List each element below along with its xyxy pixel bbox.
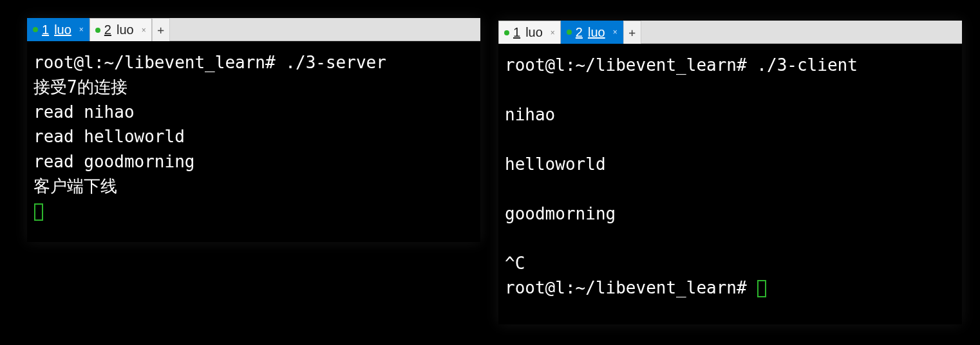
tab-1-luo[interactable]: 1 luo × bbox=[498, 21, 561, 44]
tab-bar-right: 1 luo × 2 luo × + bbox=[498, 21, 962, 44]
terminal-window-right: 1 luo × 2 luo × + root@l:~/libevent_lear… bbox=[498, 21, 962, 324]
close-icon[interactable]: × bbox=[551, 28, 555, 37]
terminal-line: ^C bbox=[505, 254, 525, 273]
tab-number: 1 bbox=[42, 23, 49, 37]
new-tab-button[interactable]: + bbox=[152, 18, 170, 41]
close-icon[interactable]: × bbox=[613, 28, 617, 37]
tab-label: luo bbox=[525, 25, 543, 40]
terminal-line: 接受7的连接 bbox=[33, 77, 127, 97]
terminal-prompt: root@l:~/libevent_learn# bbox=[505, 278, 757, 297]
status-dot-icon bbox=[504, 30, 509, 35]
terminal-window-left: 1 luo × 2 luo × + root@l:~/libevent_lear… bbox=[27, 18, 480, 242]
cursor-icon bbox=[34, 203, 43, 221]
terminal-output-left[interactable]: root@l:~/libevent_learn# ./3-server 接受7的… bbox=[27, 41, 480, 230]
terminal-line: goodmorning bbox=[505, 204, 616, 223]
terminal-output-right[interactable]: root@l:~/libevent_learn# ./3-client niha… bbox=[498, 44, 962, 307]
terminal-line: helloworld bbox=[505, 154, 606, 174]
terminal-line: read helloworld bbox=[33, 127, 185, 146]
tab-bar-left: 1 luo × 2 luo × + bbox=[27, 18, 480, 41]
close-icon[interactable]: × bbox=[142, 26, 146, 35]
terminal-line: read nihao bbox=[33, 102, 135, 122]
tab-1-luo[interactable]: 1 luo × bbox=[27, 18, 90, 41]
tab-bar-empty bbox=[641, 21, 962, 44]
close-icon[interactable]: × bbox=[79, 25, 84, 34]
tab-label: luo bbox=[117, 23, 134, 37]
terminal-line: nihao bbox=[505, 105, 555, 124]
tab-label: luo bbox=[54, 23, 71, 37]
status-dot-icon bbox=[95, 28, 100, 33]
terminal-line: 客户端下线 bbox=[33, 176, 117, 196]
tab-number: 2 bbox=[104, 23, 111, 37]
terminal-line: root@l:~/libevent_learn# ./3-server bbox=[33, 53, 386, 72]
tab-number: 1 bbox=[513, 25, 520, 40]
terminal-line: root@l:~/libevent_learn# ./3-client bbox=[505, 55, 858, 75]
status-dot-icon bbox=[33, 27, 38, 32]
cursor-icon bbox=[757, 280, 766, 297]
new-tab-button[interactable]: + bbox=[623, 21, 641, 44]
tab-2-luo[interactable]: 2 luo × bbox=[561, 21, 623, 44]
status-dot-icon bbox=[567, 30, 572, 35]
tab-label: luo bbox=[588, 25, 605, 40]
tab-bar-empty bbox=[170, 18, 480, 41]
tab-2-luo[interactable]: 2 luo × bbox=[90, 18, 152, 41]
tab-number: 2 bbox=[576, 25, 583, 40]
terminal-line: read goodmorning bbox=[33, 152, 194, 171]
